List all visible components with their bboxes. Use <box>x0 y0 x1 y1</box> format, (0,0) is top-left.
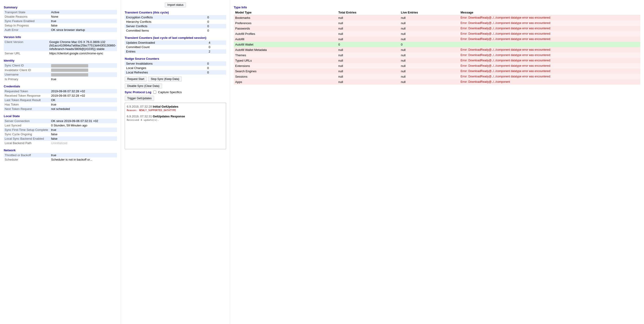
type-message: Error: DownloadReady@../../component dat… <box>459 31 640 37</box>
info-value: true <box>50 102 117 107</box>
type-info-row: Search EnginesnullnullError: DownloadRea… <box>234 69 640 74</box>
type-message: Error: DownloadReady@../../component dat… <box>459 53 640 58</box>
total-entries: null <box>337 79 399 85</box>
type-info-title: Type Info <box>234 6 640 9</box>
total-entries: null <box>337 53 399 58</box>
type-message: Error: DownloadReady@../../component dat… <box>459 37 640 42</box>
info-label: Sync Client ID <box>4 63 50 68</box>
info-label: Throttled or Backoff <box>4 153 50 157</box>
type-name: Apps <box>234 79 337 85</box>
live-entries: null <box>400 69 459 74</box>
live-entries: 0 <box>400 42 459 47</box>
live-entries: null <box>400 26 459 31</box>
counter-label: Entries <box>125 49 202 54</box>
counter-label: Committed Count <box>125 45 202 49</box>
live-entries: null <box>400 79 459 85</box>
log-event: Initial GetUpdates <box>153 105 178 108</box>
info-value: 0 Stunden, 59 Minuten ago <box>50 123 117 128</box>
info-label: Requested Token <box>4 89 50 93</box>
counter-value: 0 <box>200 61 226 66</box>
local-state-table: Server ConnectionOK since 2019-09-06 07:… <box>4 119 117 145</box>
info-label: Disable Reasons <box>4 15 50 19</box>
type-name: Typed URLs <box>234 58 337 63</box>
info-label: Is Primary <box>4 77 50 81</box>
local-state-title: Local State <box>4 114 117 118</box>
total-entries: 0 <box>337 42 399 47</box>
info-label: Local Backend Path <box>4 141 50 145</box>
info-value: Uninitialized <box>50 141 117 145</box>
info-label: Transport State <box>4 10 50 15</box>
counter-label: Server Invalidations <box>125 61 200 66</box>
live-entries: null <box>400 53 459 58</box>
trigger-getupdates-button[interactable]: Trigger GetUpdates <box>125 96 154 101</box>
live-entries: null <box>400 15 459 21</box>
counter-label: Committed Items <box>125 28 200 33</box>
disable-sync-button[interactable]: Disable Sync (Clear Data) <box>125 84 162 89</box>
total-entries: null <box>337 37 399 42</box>
type-message: Error: DownloadReady@../../component dat… <box>459 69 640 74</box>
info-value: true <box>50 19 117 23</box>
type-info-row: SessionsnullnullError: DownloadReady@../… <box>234 74 640 79</box>
info-value: None <box>50 15 117 19</box>
info-value: 2019-09-06 07:32:28 +02 <box>50 93 117 98</box>
type-message: Error: DownloadReady@../../component dat… <box>459 74 640 79</box>
info-value: true <box>50 128 117 132</box>
counter-value: 0 <box>200 70 226 75</box>
type-info-col-header: Live Entries <box>400 10 459 15</box>
total-entries: null <box>337 58 399 63</box>
type-info-row: AutofillnullnullError: DownloadReady@../… <box>234 37 640 42</box>
type-message: Error: DownloadReady@../../component dat… <box>459 21 640 26</box>
info-value: false <box>50 132 117 136</box>
info-value: OK since browser startup <box>50 28 117 32</box>
info-label: Next Token Request <box>4 107 50 111</box>
left-column: Summary Transport StateActiveDisable Rea… <box>0 0 121 324</box>
credentials-table: Requested Token2019-09-06 07:32:28 +02Re… <box>4 89 117 111</box>
live-entries: null <box>400 47 459 53</box>
type-info-row: Autofill Wallet MetadatanullnullError: D… <box>234 47 640 53</box>
request-start-button[interactable]: Request Start <box>125 77 147 82</box>
info-label: Sync First-Time Setup Complete <box>4 128 50 132</box>
counter-label: Updates Downloaded <box>125 41 202 45</box>
right-column: Type Info Model TypeTotal EntriesLive En… <box>230 0 644 324</box>
transient-counters-last-title: Transient Counters (last cycle of last c… <box>125 36 226 40</box>
info-value: Google Chrome Mac OS X 76.0.3809.132 (fd… <box>48 40 117 51</box>
type-name: Autofill Wallet <box>234 42 337 47</box>
import-status-button[interactable]: Import status <box>165 2 186 8</box>
type-name: Passwords <box>234 26 337 31</box>
total-entries: null <box>337 26 399 31</box>
stop-sync-button[interactable]: Stop Sync (Keep Data) <box>148 77 182 82</box>
counter-value: 0 <box>200 20 226 24</box>
info-value: false <box>50 136 117 141</box>
type-info-row: Autofill ProfilesnullnullError: Download… <box>234 31 640 37</box>
type-message <box>459 42 640 47</box>
live-entries: null <box>400 21 459 26</box>
info-label: Client Version <box>4 40 48 51</box>
transient-counters-table: Encryption Conflicts0Hierarchy Conflicts… <box>125 15 226 33</box>
live-entries: null <box>400 31 459 37</box>
total-entries: null <box>337 63 399 69</box>
info-value: 2019-09-06 07:32:28 +02 <box>50 89 117 93</box>
identity-table: Sync Client IDInvalidator Client IDUsern… <box>4 63 117 81</box>
sync-protocol-log-header: Sync Protocol Log Capture Specifics <box>125 90 226 94</box>
counter-label: Encryption Conflicts <box>125 15 200 20</box>
info-label: Sync Cycle Ongoing <box>4 132 50 136</box>
info-value: false <box>50 23 117 28</box>
info-label: Received Token Response <box>4 93 50 98</box>
type-info-row: ExtensionsnullnullError: DownloadReady@.… <box>234 63 640 69</box>
type-name: Autofill Profiles <box>234 31 337 37</box>
type-info-row: PasswordsnullnullError: DownloadReady@..… <box>234 26 640 31</box>
nudge-source-title: Nudge Source Counters <box>125 57 226 61</box>
info-label: Sync Feature Enabled <box>4 19 50 23</box>
log-time: 6.9.2019, 07:32:28 <box>127 105 152 108</box>
type-info-col-header: Message <box>459 10 640 15</box>
total-entries: null <box>337 15 399 21</box>
capture-specifics-checkbox[interactable] <box>153 91 156 94</box>
identity-title: Identity <box>4 59 117 62</box>
type-info-row: AppsnullnullError: DownloadReady@../../c… <box>234 79 640 85</box>
network-table: Throttled or BackofftrueSchedulerSchedul… <box>4 153 117 162</box>
action-buttons: Request Start Stop Sync (Keep Data) <box>125 77 226 82</box>
nudge-source-table: Server Invalidations0Local Changes0Local… <box>125 61 226 75</box>
type-name: Autofill Wallet Metadata <box>234 47 337 53</box>
log-sub: Reason: NEWLY_SUPPORTED_DATATYPE <box>127 109 224 112</box>
total-entries: null <box>337 31 399 37</box>
